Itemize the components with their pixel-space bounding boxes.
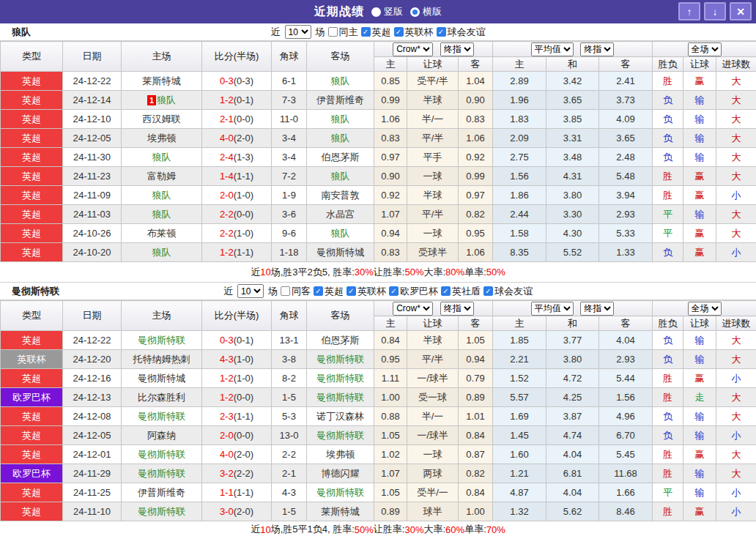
league-filter-checkbox[interactable]: 欧罗巴杯 <box>389 285 438 298</box>
league-badge: 英超 <box>1 167 63 186</box>
match-score: 1-2(0-0) <box>202 388 272 407</box>
avg-time-select[interactable]: 终指 <box>580 302 614 316</box>
away-team: 埃弗顿 <box>307 445 374 464</box>
home-team: 伊普斯维奇 <box>122 483 202 502</box>
close-button[interactable]: ✕ <box>730 2 752 21</box>
odds-time-select[interactable]: 终指 <box>440 42 474 56</box>
result-flag: 胜 <box>653 72 683 91</box>
match-row[interactable]: 欧罗巴杯24-11-29曼彻斯特联3-2(2-2)2-1博德闪耀1.07两球0.… <box>1 464 756 483</box>
result-flag: 负 <box>653 407 683 426</box>
corner-score: 7-3 <box>272 91 307 110</box>
avg-draw-odds: 4.74 <box>546 426 599 445</box>
league-badge: 英超 <box>1 331 63 350</box>
scroll-up-button[interactable]: ↑ <box>678 2 700 21</box>
match-row[interactable]: 英超24-12-01曼彻斯特联4-0(2-0)2-2埃弗顿1.02一球0.871… <box>1 445 756 464</box>
result-flag: 负 <box>653 91 683 110</box>
handicap-line: 受球半 <box>407 243 459 262</box>
league-filter-checkbox[interactable]: 英联杯 <box>394 26 434 39</box>
col-odds-hcap: 让球 <box>407 316 459 331</box>
match-row[interactable]: 英超24-11-10曼彻斯特联3-0(2-0)1-5莱斯特城0.89球半1.00… <box>1 502 756 521</box>
handicap-line: 半/一 <box>407 110 459 129</box>
league-filter-checkbox[interactable]: 球会友谊 <box>437 26 486 39</box>
col-home: 主场 <box>122 42 202 72</box>
handicap-home-odds: 0.85 <box>374 72 407 91</box>
match-row[interactable]: 英超24-11-30狼队2-4(1-3)3-4伯恩茅斯0.97平手0.922.7… <box>1 148 756 167</box>
recent-count-select[interactable]: 10 <box>237 284 264 298</box>
match-row[interactable]: 英超24-11-09狼队2-0(1-0)1-9南安普敦0.92半球0.971.8… <box>1 186 756 205</box>
away-team: 曼彻斯特城 <box>307 243 374 262</box>
match-row[interactable]: 英超24-12-16曼彻斯特城1-2(1-0)8-2曼彻斯特联1.11一/球半0… <box>1 369 756 388</box>
match-row[interactable]: 英联杯24-12-20托特纳姆热刺4-3(1-0)3-8曼彻斯特联0.95平/半… <box>1 350 756 369</box>
corner-score: 1-18 <box>272 243 307 262</box>
match-row[interactable]: 英超24-12-10西汉姆联2-1(0-0)11-0狼队1.06半/一0.831… <box>1 110 756 129</box>
avg-time-select[interactable]: 终指 <box>580 42 614 56</box>
avg-away-odds: 2.48 <box>599 148 653 167</box>
handicap-result-flag: 输 <box>683 110 716 129</box>
odds-time-select[interactable]: 终指 <box>440 302 474 316</box>
league-badge: 英超 <box>1 205 63 224</box>
avg-draw-odds: 4.72 <box>546 369 599 388</box>
home-team: 阿森纳 <box>122 426 202 445</box>
goals-result-flag: 大 <box>716 91 756 110</box>
avg-source-select[interactable]: 平均值 <box>531 302 574 316</box>
goals-result-flag: 大 <box>716 72 756 91</box>
avg-source-select[interactable]: 平均值 <box>531 42 574 56</box>
scope-select[interactable]: 全场 <box>688 302 722 316</box>
corner-score: 1-9 <box>272 186 307 205</box>
col-odds-home: 主 <box>374 57 407 72</box>
scope-select[interactable]: 全场 <box>688 42 722 56</box>
avg-away-odds: 11.68 <box>599 464 653 483</box>
goals-result-flag: 大 <box>716 167 756 186</box>
match-row[interactable]: 英超24-12-22莱斯特城0-3(0-3)6-1狼队0.85受平/半1.042… <box>1 72 756 91</box>
league-filter-checkbox[interactable]: 球会友谊 <box>483 285 533 298</box>
result-flag: 胜 <box>653 445 683 464</box>
layout-horizontal-radio[interactable]: 横版 <box>410 5 442 18</box>
match-row[interactable]: 英超24-10-20狼队1-2(1-1)1-18曼彻斯特城0.83受球半1.06… <box>1 243 756 262</box>
avg-draw-odds: 5.62 <box>546 502 599 521</box>
away-team: 曼彻斯特联 <box>307 426 374 445</box>
match-row[interactable]: 英超24-12-22曼彻斯特联0-3(0-1)13-1伯恩茅斯0.84半球1.0… <box>1 331 756 350</box>
handicap-result-flag: 赢 <box>683 243 716 262</box>
match-row[interactable]: 英超24-12-141狼队1-2(0-1)7-3伊普斯维奇0.99半球0.901… <box>1 91 756 110</box>
match-row[interactable]: 英超24-11-23富勒姆1-4(1-1)7-2狼队0.90一球0.991.56… <box>1 167 756 186</box>
match-date: 24-10-26 <box>63 224 122 243</box>
filters: 近 10 场 同客 英超英联杯欧罗巴杯英社盾球会友谊 <box>223 284 533 298</box>
league-filter-checkbox[interactable]: 英超 <box>314 285 344 298</box>
radio-unselected-icon <box>371 7 381 17</box>
same-venue-checkbox[interactable]: 同主 <box>328 26 358 39</box>
league-filter-checkbox[interactable]: 英社盾 <box>441 285 481 298</box>
away-team: 水晶宫 <box>307 205 374 224</box>
team-name: 曼彻斯特联 <box>12 285 59 298</box>
result-flag: 胜 <box>653 369 683 388</box>
summary-part: 50% <box>486 267 505 278</box>
league-badge: 欧罗巴杯 <box>1 388 63 407</box>
odds-source-select[interactable]: Crow* <box>393 42 433 56</box>
league-badge: 英超 <box>1 148 63 167</box>
layout-vertical-radio[interactable]: 竖版 <box>371 5 403 18</box>
match-score: 1-2(1-1) <box>202 243 272 262</box>
match-row[interactable]: 英超24-12-08曼彻斯特联2-3(1-1)5-3诺丁汉森林0.88半/一1.… <box>1 407 756 426</box>
handicap-result-flag: 输 <box>683 205 716 224</box>
col-date: 日期 <box>63 301 122 331</box>
recent-count-select[interactable]: 10 <box>285 25 311 39</box>
match-row[interactable]: 英超24-12-05埃弗顿4-0(2-0)3-4狼队0.83平/半1.062.0… <box>1 129 756 148</box>
col-result: 胜负 <box>653 57 683 72</box>
match-row[interactable]: 欧罗巴杯24-12-13比尔森胜利1-2(0-0)1-5曼彻斯特联1.00受一球… <box>1 388 756 407</box>
col-away: 客场 <box>307 42 374 72</box>
close-icon: ✕ <box>736 6 745 18</box>
match-score: 1-2(1-0) <box>202 369 272 388</box>
same-venue-checkbox[interactable]: 同客 <box>281 285 311 298</box>
odds-source-select[interactable]: Crow* <box>393 302 433 316</box>
handicap-away-odds: 1.01 <box>459 407 493 426</box>
match-row[interactable]: 英超24-11-25伊普斯维奇1-1(1-1)4-3曼彻斯特联1.05受半/一0… <box>1 483 756 502</box>
match-row[interactable]: 英超24-10-26布莱顿2-2(1-0)9-6狼队0.94一球0.951.58… <box>1 224 756 243</box>
league-badge: 欧罗巴杯 <box>1 464 63 483</box>
avg-draw-odds: 4.04 <box>546 445 599 464</box>
match-row[interactable]: 英超24-12-05阿森纳2-0(0-0)13-0曼彻斯特联1.05一/球半0.… <box>1 426 756 445</box>
league-filter-checkbox[interactable]: 英联杯 <box>346 285 386 298</box>
corner-score: 1-5 <box>272 388 307 407</box>
scroll-down-button[interactable]: ↓ <box>704 2 726 21</box>
avg-draw-odds: 3.80 <box>546 186 599 205</box>
league-filter-checkbox[interactable]: 英超 <box>361 26 391 39</box>
match-row[interactable]: 英超24-11-03狼队2-2(0-0)3-6水晶宫1.07平/半0.822.4… <box>1 205 756 224</box>
